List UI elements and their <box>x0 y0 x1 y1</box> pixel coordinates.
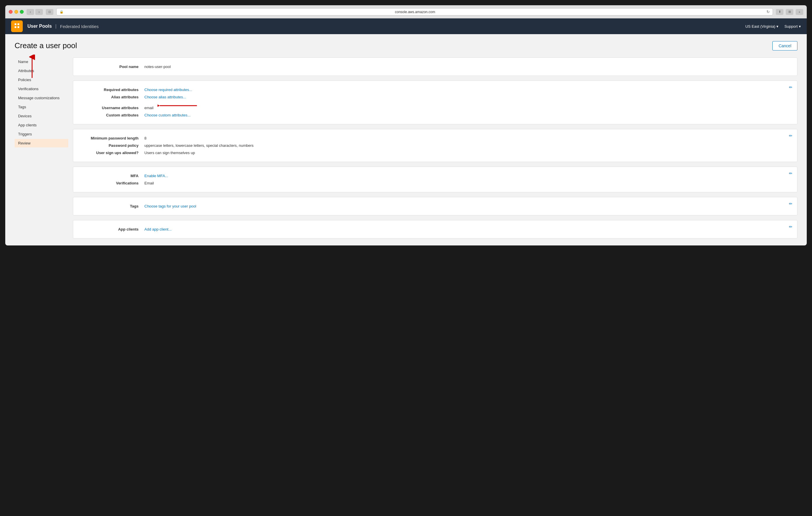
support-menu[interactable]: Support ▾ <box>784 24 801 29</box>
password-policy-label: Password policy <box>80 143 144 148</box>
verifications-label: Verifications <box>80 181 144 185</box>
app-clients-section: ✏ App clients Add app client... <box>73 220 798 239</box>
verifications-value: Email <box>144 181 154 185</box>
page-title: Create a user pool <box>14 41 77 50</box>
tags-edit-button[interactable]: ✏ <box>789 201 792 206</box>
url-display: console.aws.amazon.com <box>65 10 765 14</box>
app-clients-edit-button[interactable]: ✏ <box>789 224 792 229</box>
svg-rect-1 <box>18 23 19 25</box>
pool-name-label: Pool name <box>80 64 144 69</box>
sidebar-item-review[interactable]: Review <box>14 139 68 147</box>
close-button[interactable] <box>9 10 12 14</box>
cancel-button[interactable]: Cancel <box>772 41 798 51</box>
up-arrow-annotation <box>29 55 35 78</box>
svg-rect-2 <box>14 26 16 28</box>
sidebar-item-verifications[interactable]: Verifications <box>14 85 68 93</box>
add-tab-button[interactable]: + <box>796 9 803 15</box>
review-sections: Pool name notes-user-pool ✏ Required att… <box>73 57 798 239</box>
back-button[interactable]: ‹ <box>27 9 34 15</box>
app-clients-link[interactable]: Add app client... <box>144 227 172 232</box>
alias-attributes-label: Alias attributes <box>80 95 144 99</box>
nav-separator: | <box>55 24 57 29</box>
sidebar-item-app-clients[interactable]: App clients <box>14 121 68 129</box>
attributes-section: ✏ Required attributes Choose required at… <box>73 81 798 124</box>
sidebar-item-devices[interactable]: Devices <box>14 112 68 120</box>
verifications-section: ✏ MFA Enable MFA... Verifications Email <box>73 167 798 192</box>
sidebar: Name Attributes Policies Verifications M… <box>14 57 73 239</box>
user-signups-label: User sign ups allowed? <box>80 151 144 155</box>
reload-button[interactable]: ↻ <box>766 10 770 14</box>
mfa-link[interactable]: Enable MFA... <box>144 174 168 178</box>
policies-section: ✏ Minimum password length 8 Password pol… <box>73 129 798 162</box>
sidebar-item-triggers[interactable]: Triggers <box>14 130 68 138</box>
username-attributes-value: email <box>144 106 153 110</box>
custom-attributes-label: Custom attributes <box>80 113 144 117</box>
cognito-icon <box>13 22 21 31</box>
pool-name-section: Pool name notes-user-pool <box>73 57 798 76</box>
attributes-edit-button[interactable]: ✏ <box>789 85 792 89</box>
nav-subtitle[interactable]: Federated Identities <box>60 24 99 29</box>
minimize-button[interactable] <box>14 10 18 14</box>
password-policy-value: uppercase letters, lowercase letters, sp… <box>144 143 254 148</box>
username-attributes-label: Username attributes <box>80 106 144 110</box>
tab-overview-button[interactable]: ⊡ <box>46 9 53 15</box>
min-password-value: 8 <box>144 136 146 140</box>
mfa-label: MFA <box>80 174 144 178</box>
region-selector[interactable]: US East (Virginia) ▾ <box>745 24 779 29</box>
chevron-down-icon: ▾ <box>799 24 801 29</box>
sidebar-item-tags[interactable]: Tags <box>14 103 68 111</box>
user-signups-value: Users can sign themselves up <box>144 151 195 155</box>
svg-rect-0 <box>14 23 16 25</box>
verifications-edit-button[interactable]: ✏ <box>789 171 792 176</box>
new-tab-button[interactable]: ⊞ <box>786 9 793 15</box>
horizontal-arrow-annotation <box>157 102 198 109</box>
top-navigation: User Pools | Federated Identities US Eas… <box>5 18 807 34</box>
tags-section: ✏ Tags Choose tags for your user pool <box>73 197 798 215</box>
lock-icon: 🔒 <box>59 10 64 14</box>
tags-label: Tags <box>80 204 144 208</box>
share-button[interactable]: ⬆ <box>776 9 783 15</box>
tags-link[interactable]: Choose tags for your user pool <box>144 204 196 208</box>
nav-title[interactable]: User Pools <box>27 24 52 29</box>
app-clients-label: App clients <box>80 227 144 232</box>
required-attributes-label: Required attributes <box>80 87 144 92</box>
chevron-down-icon: ▾ <box>776 24 779 29</box>
forward-button[interactable]: › <box>35 9 43 15</box>
aws-logo <box>11 21 23 32</box>
required-attributes-link[interactable]: Choose required attributes... <box>144 87 192 92</box>
min-password-label: Minimum password length <box>80 136 144 140</box>
sidebar-item-policies[interactable]: Policies <box>14 76 68 84</box>
sidebar-item-message-customizations[interactable]: Message customizations <box>14 94 68 102</box>
pool-name-value: notes-user-pool <box>144 64 171 69</box>
sidebar-item-attributes[interactable]: Attributes <box>14 66 68 75</box>
policies-edit-button[interactable]: ✏ <box>789 133 792 138</box>
custom-attributes-link[interactable]: Choose custom attributes... <box>144 113 191 117</box>
alias-attributes-link[interactable]: Choose alias attributes... <box>144 95 186 99</box>
svg-rect-3 <box>18 26 19 28</box>
maximize-button[interactable] <box>20 10 24 14</box>
sidebar-item-name[interactable]: Name <box>14 57 68 66</box>
